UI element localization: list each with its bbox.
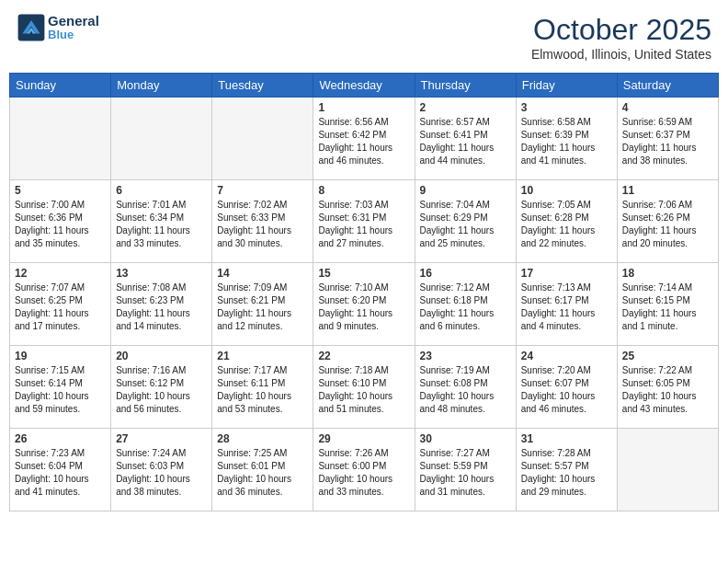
day-number: 21	[217, 350, 308, 362]
calendar-cell	[111, 98, 212, 180]
calendar-cell: 5Sunrise: 7:00 AMSunset: 6:36 PMDaylight…	[10, 180, 111, 263]
day-info: Sunrise: 7:27 AMSunset: 5:59 PMDaylight:…	[420, 447, 511, 499]
day-number: 31	[521, 432, 612, 445]
weekday-header-sunday: Sunday	[10, 74, 111, 98]
day-number: 27	[116, 432, 207, 445]
calendar-cell: 6Sunrise: 7:01 AMSunset: 6:34 PMDaylight…	[111, 180, 212, 263]
day-info: Sunrise: 7:04 AMSunset: 6:29 PMDaylight:…	[420, 199, 511, 250]
day-number: 19	[15, 350, 106, 362]
weekday-header-thursday: Thursday	[415, 74, 516, 98]
day-info: Sunrise: 7:06 AMSunset: 6:26 PMDaylight:…	[622, 199, 713, 250]
calendar-cell: 19Sunrise: 7:15 AMSunset: 6:14 PMDayligh…	[10, 346, 111, 429]
day-info: Sunrise: 6:57 AMSunset: 6:41 PMDaylight:…	[420, 116, 511, 167]
calendar-cell: 9Sunrise: 7:04 AMSunset: 6:29 PMDaylight…	[415, 180, 516, 263]
day-info: Sunrise: 7:15 AMSunset: 6:14 PMDaylight:…	[15, 364, 106, 416]
day-info: Sunrise: 7:03 AMSunset: 6:31 PMDaylight:…	[318, 199, 409, 250]
day-number: 6	[116, 184, 207, 197]
calendar-cell: 12Sunrise: 7:07 AMSunset: 6:25 PMDayligh…	[10, 263, 111, 346]
calendar-cell: 11Sunrise: 7:06 AMSunset: 6:26 PMDayligh…	[617, 180, 718, 263]
day-info: Sunrise: 7:17 AMSunset: 6:11 PMDaylight:…	[217, 364, 308, 416]
day-number: 12	[15, 267, 106, 280]
calendar-cell: 25Sunrise: 7:22 AMSunset: 6:05 PMDayligh…	[617, 346, 718, 429]
day-info: Sunrise: 7:13 AMSunset: 6:17 PMDaylight:…	[521, 282, 612, 333]
day-info: Sunrise: 6:58 AMSunset: 6:39 PMDaylight:…	[521, 116, 612, 167]
day-info: Sunrise: 6:59 AMSunset: 6:37 PMDaylight:…	[622, 116, 713, 167]
week-row-5: 26Sunrise: 7:23 AMSunset: 6:04 PMDayligh…	[10, 429, 719, 511]
week-row-1: 1Sunrise: 6:56 AMSunset: 6:42 PMDaylight…	[10, 98, 719, 180]
calendar-cell: 8Sunrise: 7:03 AMSunset: 6:31 PMDaylight…	[313, 180, 415, 263]
day-number: 3	[521, 101, 612, 114]
calendar-cell: 14Sunrise: 7:09 AMSunset: 6:21 PMDayligh…	[212, 263, 313, 346]
week-row-3: 12Sunrise: 7:07 AMSunset: 6:25 PMDayligh…	[10, 263, 719, 346]
day-number: 22	[318, 350, 409, 362]
day-number: 8	[318, 184, 409, 197]
month-title: October 2025	[531, 13, 711, 47]
calendar-cell: 2Sunrise: 6:57 AMSunset: 6:41 PMDaylight…	[415, 98, 516, 180]
calendar-cell: 27Sunrise: 7:24 AMSunset: 6:03 PMDayligh…	[111, 429, 212, 511]
calendar-cell: 20Sunrise: 7:16 AMSunset: 6:12 PMDayligh…	[111, 346, 212, 429]
calendar-cell: 17Sunrise: 7:13 AMSunset: 6:17 PMDayligh…	[516, 263, 617, 346]
calendar-cell: 13Sunrise: 7:08 AMSunset: 6:23 PMDayligh…	[111, 263, 212, 346]
day-info: Sunrise: 7:01 AMSunset: 6:34 PMDaylight:…	[116, 199, 207, 250]
day-number: 2	[420, 101, 511, 114]
day-number: 24	[521, 350, 612, 362]
day-number: 4	[622, 101, 713, 114]
logo: General Blue	[17, 13, 99, 42]
day-info: Sunrise: 7:28 AMSunset: 5:57 PMDaylight:…	[521, 447, 612, 499]
week-row-4: 19Sunrise: 7:15 AMSunset: 6:14 PMDayligh…	[10, 346, 719, 429]
day-info: Sunrise: 7:10 AMSunset: 6:20 PMDaylight:…	[318, 282, 409, 333]
day-number: 28	[217, 432, 308, 445]
calendar-cell: 22Sunrise: 7:18 AMSunset: 6:10 PMDayligh…	[313, 346, 415, 429]
day-number: 1	[318, 101, 409, 114]
day-info: Sunrise: 7:14 AMSunset: 6:15 PMDaylight:…	[622, 282, 713, 333]
calendar: SundayMondayTuesdayWednesdayThursdayFrid…	[9, 73, 719, 511]
day-number: 29	[318, 432, 409, 445]
day-number: 25	[622, 350, 713, 362]
calendar-cell: 7Sunrise: 7:02 AMSunset: 6:33 PMDaylight…	[212, 180, 313, 263]
calendar-cell: 21Sunrise: 7:17 AMSunset: 6:11 PMDayligh…	[212, 346, 313, 429]
day-number: 26	[15, 432, 106, 445]
calendar-cell: 3Sunrise: 6:58 AMSunset: 6:39 PMDaylight…	[516, 98, 617, 180]
calendar-cell	[212, 98, 313, 180]
day-info: Sunrise: 7:08 AMSunset: 6:23 PMDaylight:…	[116, 282, 207, 333]
calendar-cell: 18Sunrise: 7:14 AMSunset: 6:15 PMDayligh…	[617, 263, 718, 346]
week-row-2: 5Sunrise: 7:00 AMSunset: 6:36 PMDaylight…	[10, 180, 719, 263]
weekday-header-row: SundayMondayTuesdayWednesdayThursdayFrid…	[10, 74, 719, 98]
day-number: 11	[622, 184, 713, 197]
day-info: Sunrise: 7:09 AMSunset: 6:21 PMDaylight:…	[217, 282, 308, 333]
day-number: 30	[420, 432, 511, 445]
calendar-cell: 29Sunrise: 7:26 AMSunset: 6:00 PMDayligh…	[313, 429, 415, 511]
day-number: 20	[116, 350, 207, 362]
day-info: Sunrise: 7:12 AMSunset: 6:18 PMDaylight:…	[420, 282, 511, 333]
location-title: Elmwood, Illinois, United States	[531, 47, 711, 62]
day-number: 16	[420, 267, 511, 280]
day-info: Sunrise: 7:19 AMSunset: 6:08 PMDaylight:…	[420, 364, 511, 416]
title-area: October 2025 Elmwood, Illinois, United S…	[531, 13, 711, 62]
day-info: Sunrise: 7:23 AMSunset: 6:04 PMDaylight:…	[15, 447, 106, 499]
day-number: 5	[15, 184, 106, 197]
day-info: Sunrise: 7:25 AMSunset: 6:01 PMDaylight:…	[217, 447, 308, 499]
calendar-cell: 15Sunrise: 7:10 AMSunset: 6:20 PMDayligh…	[313, 263, 415, 346]
day-info: Sunrise: 7:05 AMSunset: 6:28 PMDaylight:…	[521, 199, 612, 250]
day-number: 17	[521, 267, 612, 280]
day-info: Sunrise: 7:20 AMSunset: 6:07 PMDaylight:…	[521, 364, 612, 416]
day-number: 15	[318, 267, 409, 280]
calendar-cell: 10Sunrise: 7:05 AMSunset: 6:28 PMDayligh…	[516, 180, 617, 263]
calendar-cell: 24Sunrise: 7:20 AMSunset: 6:07 PMDayligh…	[516, 346, 617, 429]
calendar-cell: 23Sunrise: 7:19 AMSunset: 6:08 PMDayligh…	[415, 346, 516, 429]
weekday-header-saturday: Saturday	[617, 74, 718, 98]
day-number: 7	[217, 184, 308, 197]
day-info: Sunrise: 7:02 AMSunset: 6:33 PMDaylight:…	[217, 199, 308, 250]
calendar-cell: 31Sunrise: 7:28 AMSunset: 5:57 PMDayligh…	[516, 429, 617, 511]
day-info: Sunrise: 7:22 AMSunset: 6:05 PMDaylight:…	[622, 364, 713, 416]
day-number: 14	[217, 267, 308, 280]
day-info: Sunrise: 6:56 AMSunset: 6:42 PMDaylight:…	[318, 116, 409, 167]
day-info: Sunrise: 7:18 AMSunset: 6:10 PMDaylight:…	[318, 364, 409, 416]
day-info: Sunrise: 7:26 AMSunset: 6:00 PMDaylight:…	[318, 447, 409, 499]
weekday-header-friday: Friday	[516, 74, 617, 98]
weekday-header-wednesday: Wednesday	[313, 74, 415, 98]
calendar-cell: 1Sunrise: 6:56 AMSunset: 6:42 PMDaylight…	[313, 98, 415, 180]
calendar-cell: 4Sunrise: 6:59 AMSunset: 6:37 PMDaylight…	[617, 98, 718, 180]
day-info: Sunrise: 7:00 AMSunset: 6:36 PMDaylight:…	[15, 199, 106, 250]
calendar-cell: 16Sunrise: 7:12 AMSunset: 6:18 PMDayligh…	[415, 263, 516, 346]
